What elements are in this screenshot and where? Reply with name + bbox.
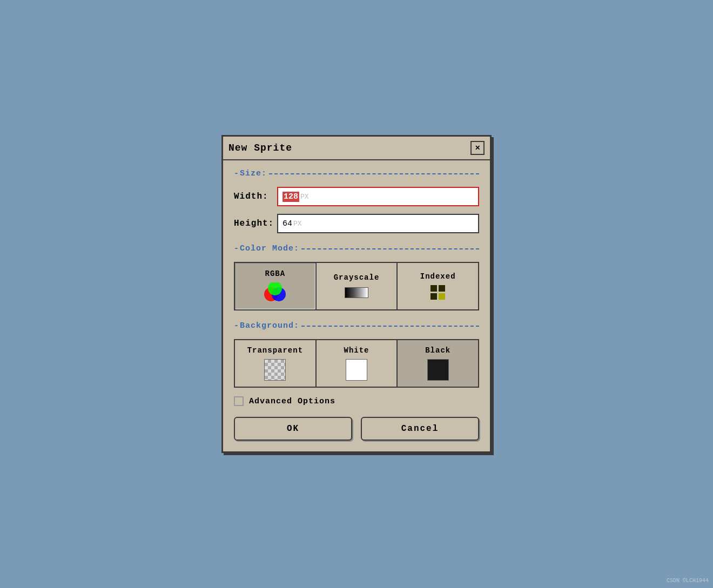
black-label: Black bbox=[425, 346, 450, 355]
color-mode-section: Color Mode: RGBA Grayscale bbox=[234, 244, 479, 310]
transparent-label: Transparent bbox=[247, 346, 303, 355]
height-unit: PX bbox=[293, 220, 302, 228]
white-bg-button[interactable]: White bbox=[315, 339, 397, 388]
transparent-bg-button[interactable]: Transparent bbox=[234, 339, 315, 388]
white-label: White bbox=[344, 346, 369, 355]
rgba-mode-button[interactable]: RGBA bbox=[234, 262, 315, 310]
width-input-display[interactable]: 128 PX bbox=[277, 187, 479, 206]
watermark: CSDN ©LCH1944 bbox=[667, 578, 709, 584]
size-section: Size: Width: 128 PX Height: 64 PX bbox=[234, 169, 479, 233]
background-buttons: Transparent White Black bbox=[234, 339, 479, 388]
close-button[interactable] bbox=[470, 141, 485, 155]
ok-button[interactable]: OK bbox=[234, 417, 352, 441]
color-mode-label: Color Mode: bbox=[234, 244, 479, 253]
color-mode-buttons: RGBA Grayscale In bbox=[234, 262, 479, 310]
height-row: Height: 64 PX bbox=[234, 214, 479, 233]
idx-sq-3 bbox=[431, 293, 437, 300]
advanced-options-row: Advanced Options bbox=[234, 396, 479, 406]
dialog-body: Size: Width: 128 PX Height: 64 PX Color … bbox=[223, 160, 490, 451]
height-input-display[interactable]: 64 PX bbox=[277, 214, 479, 233]
transparent-icon bbox=[264, 359, 286, 381]
grayscale-icon bbox=[345, 286, 368, 299]
width-value: 128 bbox=[282, 192, 299, 202]
idx-sq-2 bbox=[439, 285, 445, 292]
advanced-options-checkbox[interactable] bbox=[234, 396, 244, 406]
indexed-icon bbox=[431, 285, 446, 300]
grayscale-label: Grayscale bbox=[334, 273, 380, 282]
white-icon bbox=[346, 359, 367, 381]
size-section-label: Size: bbox=[234, 169, 479, 178]
black-icon bbox=[427, 359, 449, 381]
dialog-title: New Sprite bbox=[228, 143, 292, 153]
black-bg-button[interactable]: Black bbox=[396, 339, 479, 388]
rgb-icon bbox=[261, 282, 288, 303]
new-sprite-dialog: New Sprite Size: Width: 128 PX Height: 6… bbox=[221, 135, 492, 453]
idx-sq-1 bbox=[431, 285, 437, 292]
action-buttons: OK Cancel bbox=[234, 417, 479, 441]
width-row: Width: 128 PX bbox=[234, 187, 479, 206]
indexed-label: Indexed bbox=[420, 272, 456, 281]
height-value: 64 bbox=[282, 219, 292, 228]
idx-sq-4 bbox=[439, 293, 445, 300]
title-bar: New Sprite bbox=[223, 137, 490, 160]
cancel-button[interactable]: Cancel bbox=[361, 417, 479, 441]
background-label: Background: bbox=[234, 321, 479, 330]
rgba-label: RGBA bbox=[265, 269, 286, 278]
height-label: Height: bbox=[234, 219, 277, 228]
grayscale-mode-button[interactable]: Grayscale bbox=[315, 262, 397, 310]
advanced-options-label: Advanced Options bbox=[249, 397, 335, 406]
width-unit: PX bbox=[300, 193, 309, 201]
grayscale-bar bbox=[345, 287, 368, 298]
indexed-mode-button[interactable]: Indexed bbox=[396, 262, 479, 310]
width-label: Width: bbox=[234, 192, 277, 201]
background-section: Background: Transparent White Black bbox=[234, 321, 479, 388]
